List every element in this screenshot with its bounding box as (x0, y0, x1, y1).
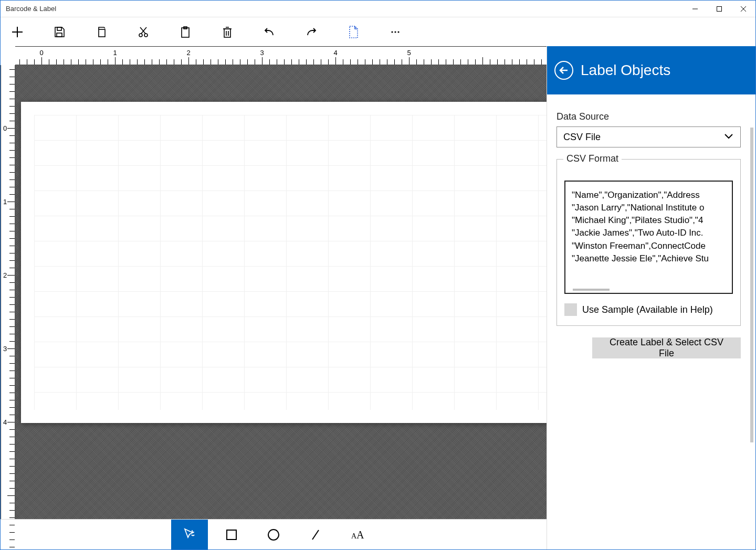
svg-point-22 (397, 31, 399, 33)
main-toolbar (1, 17, 755, 46)
svg-rect-15 (224, 29, 230, 37)
use-sample-checkbox[interactable] (564, 303, 577, 316)
ruler-v-label: 3 (3, 345, 7, 353)
window-controls (683, 1, 755, 17)
csv-format-group: CSV Format "Name","Organization","Addres… (556, 159, 741, 326)
data-source-label: Data Source (556, 111, 741, 122)
label-canvas[interactable] (21, 102, 547, 423)
ruler-v-label: 1 (3, 198, 7, 206)
panel-body: Data Source CSV File CSV Format "Name","… (547, 94, 755, 369)
csv-format-label: CSV Format (563, 153, 622, 164)
svg-point-24 (268, 530, 279, 540)
csv-line: "Winston Freeman",ConnectCode (572, 240, 726, 252)
ruler-h-label: 0 (39, 49, 43, 57)
svg-text:A: A (356, 529, 364, 541)
create-label-button[interactable]: Create Label & Select CSV File (592, 337, 741, 358)
svg-rect-6 (57, 27, 61, 30)
copy-button[interactable] (91, 22, 112, 43)
titlebar: Barcode & Label (1, 1, 755, 17)
ellipse-tool[interactable] (255, 520, 292, 550)
panel-title: Label Objects (581, 62, 670, 79)
save-button[interactable] (49, 22, 70, 43)
use-sample-checkbox-row[interactable]: Use Sample (Available in Help) (564, 303, 733, 316)
data-source-dropdown[interactable]: CSV File (556, 126, 741, 147)
svg-rect-8 (99, 29, 105, 37)
svg-rect-7 (57, 33, 62, 37)
delete-button[interactable] (217, 22, 238, 43)
window-title: Barcode & Label (6, 5, 56, 13)
svg-point-20 (391, 31, 393, 33)
select-tool[interactable] (171, 520, 208, 550)
more-button[interactable] (385, 22, 406, 43)
close-button[interactable] (731, 1, 755, 17)
ruler-v-label: 2 (3, 271, 7, 279)
csv-line: "Jeanette Jessie Ele","Achieve Stu (572, 252, 726, 265)
ruler-h-label: 5 (407, 49, 411, 57)
canvas-background[interactable] (15, 65, 547, 519)
svg-point-21 (394, 31, 396, 33)
csv-line: "Jackie James","Two Auto-ID Inc. (572, 227, 726, 239)
chevron-down-icon (723, 132, 734, 143)
redo-button[interactable] (301, 22, 322, 43)
canvas-area: 012345 01234 AA (1, 46, 547, 549)
svg-line-12 (140, 27, 145, 34)
rectangle-tool[interactable] (213, 520, 250, 550)
line-tool[interactable] (297, 520, 334, 550)
ruler-h-label: 2 (186, 49, 190, 57)
cut-button[interactable] (133, 22, 154, 43)
maximize-button[interactable] (707, 1, 731, 17)
csv-line: "Name","Organization","Address (572, 189, 726, 202)
minimize-button[interactable] (683, 1, 707, 17)
ruler-h-label: 4 (333, 49, 337, 57)
use-sample-label: Use Sample (Available in Help) (582, 304, 713, 315)
ruler-horizontal: 012345 (15, 46, 547, 65)
svg-point-9 (139, 34, 142, 37)
ruler-vertical: 01234 (1, 65, 15, 519)
tool-palette: AA (1, 519, 547, 549)
back-button[interactable] (554, 61, 573, 80)
csv-line: "Michael King","Pilates Studio","4 (572, 214, 726, 227)
ruler-h-label: 3 (260, 49, 264, 57)
ruler-v-label: 0 (3, 124, 7, 132)
new-button[interactable] (7, 22, 28, 43)
svg-line-25 (312, 530, 319, 540)
svg-line-11 (141, 27, 146, 34)
ruler-h-label: 1 (113, 49, 117, 57)
panel-header: Label Objects (547, 46, 755, 94)
text-tool[interactable]: AA (339, 520, 376, 550)
csv-preview[interactable]: "Name","Organization","Address"Jason Lar… (564, 181, 733, 294)
panel-scrollbar[interactable] (750, 128, 753, 442)
side-panel: Label Objects Data Source CSV File CSV F… (547, 46, 755, 549)
data-source-value: CSV File (563, 132, 601, 143)
content-area: 012345 01234 AA (1, 46, 755, 549)
paste-button[interactable] (175, 22, 196, 43)
ruler-v-label: 4 (3, 418, 7, 426)
csv-line: "Jason Larry","National Institute o (572, 202, 726, 214)
svg-point-10 (144, 34, 148, 37)
svg-rect-23 (227, 530, 236, 540)
svg-rect-1 (717, 6, 722, 11)
undo-button[interactable] (259, 22, 280, 43)
new-label-button[interactable] (343, 22, 364, 43)
horizontal-scroll-hint (573, 289, 610, 291)
